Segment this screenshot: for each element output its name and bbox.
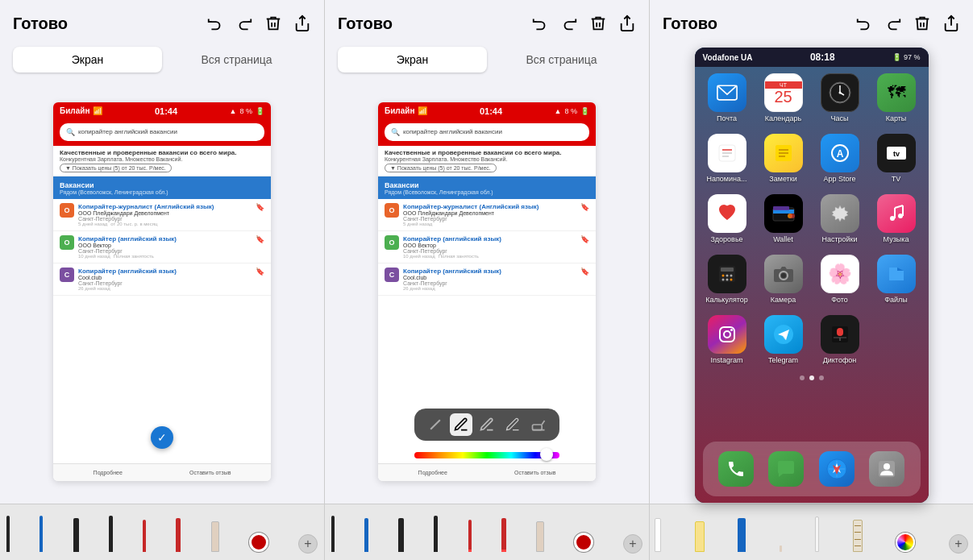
add-pen-3[interactable]: + (949, 534, 968, 554)
bottom-link-2[interactable]: Оставить отзыв (189, 470, 231, 475)
pen-p2-2[interactable] (364, 518, 368, 554)
dock-safari[interactable] (819, 451, 854, 487)
bookmark-2-0[interactable]: 🔖 (580, 203, 589, 211)
app-calendar[interactable]: ЧТ 25 Календарь (761, 73, 806, 122)
app-instagram[interactable]: Instagram (705, 315, 750, 364)
app-dictaphone[interactable]: Диктофон (817, 315, 863, 364)
tab-fullpage-1[interactable]: Вся страница (162, 47, 311, 73)
redo-icon-2[interactable] (560, 15, 578, 32)
pen-p3-blue[interactable] (738, 518, 746, 554)
ad-price-btn-2[interactable]: ▼ Показать цены (5) от 20 тыс. Р/мес. (385, 164, 497, 172)
app-icon-music (877, 194, 916, 233)
app-health[interactable]: Здоровье (705, 194, 750, 243)
app-photos[interactable]: 🌸 Фото (817, 255, 863, 304)
pen-black-thick-1[interactable] (73, 518, 79, 554)
color-slider[interactable] (414, 452, 559, 458)
pen-blue-1[interactable] (40, 516, 43, 554)
draw-tool-pen-light[interactable] (476, 413, 498, 436)
dock-contacts[interactable] (869, 451, 904, 487)
app-telegram[interactable]: Telegram (761, 315, 806, 364)
undo-icon-2[interactable] (531, 15, 549, 32)
bottom-link-2-1[interactable]: Подробнее (418, 470, 447, 475)
app-tv[interactable]: tv TV (874, 134, 919, 183)
color-picker-2[interactable] (574, 533, 593, 554)
dock-phone[interactable] (718, 451, 754, 487)
pen-black-2[interactable] (109, 516, 113, 554)
pen-p3-light[interactable] (815, 516, 819, 554)
app-icon-health (708, 194, 746, 233)
app-settings[interactable]: Настройки (817, 194, 863, 243)
app-appstore[interactable]: A App Store (817, 134, 863, 183)
tab-screen-1[interactable]: Экран (13, 47, 162, 73)
app-label-instagram: Instagram (710, 356, 742, 364)
trash-icon[interactable] (264, 15, 282, 32)
app-maps[interactable]: 🗺 Карты (874, 73, 919, 122)
job-item-1[interactable]: О Копирайтер (английский язык) ООО Векто… (53, 231, 271, 263)
add-pen-1[interactable]: + (298, 534, 318, 554)
share-icon[interactable] (293, 15, 311, 32)
tab-fullpage-2[interactable]: Вся страница (487, 47, 636, 73)
pen-red-2[interactable] (176, 518, 181, 554)
tab-screen-2[interactable]: Экран (338, 47, 487, 73)
pen-p2-red-1[interactable] (468, 520, 472, 554)
job-item-2-1[interactable]: О Копирайтер (английский язык) ООО Векто… (378, 231, 596, 263)
fab-button[interactable]: ✓ (151, 426, 173, 449)
ad-price-btn[interactable]: ▼ Показать цены (5) от 20 тыс. Р/мес. (60, 164, 172, 172)
app-files[interactable]: Файлы (874, 255, 919, 304)
app-clock[interactable]: Часы (817, 73, 863, 122)
share-icon-3[interactable] (942, 15, 960, 32)
add-pen-2[interactable]: + (623, 534, 642, 554)
app-camera[interactable]: Камера (761, 255, 806, 304)
bookmark-icon-2[interactable]: 🔖 (256, 268, 264, 276)
job-item-2[interactable]: С Копирайтер (английский язык) Cool.club… (53, 263, 271, 296)
app-reminders[interactable]: Напомина... (705, 134, 750, 183)
app-wallet[interactable]: Wallet (761, 194, 806, 243)
panel1-header: Готово (0, 0, 324, 47)
draw-tool-eraser[interactable] (527, 413, 550, 436)
slider-thumb[interactable] (540, 448, 553, 461)
pen-eraser-1[interactable] (211, 521, 219, 554)
draw-tool-pen-thin[interactable] (501, 413, 524, 436)
bookmark-icon-0[interactable]: 🔖 (256, 203, 264, 211)
bottom-link-2-2[interactable]: Оставить отзыв (514, 470, 555, 475)
app-music[interactable]: Музыка (874, 194, 919, 243)
pen-p3-white[interactable] (655, 518, 661, 554)
app-notes[interactable]: Заметки (761, 134, 806, 183)
pen-p2-1[interactable] (331, 516, 335, 554)
bottom-link-1[interactable]: Подробнее (94, 470, 123, 475)
app-label-mail: Почта (717, 114, 737, 122)
draw-tool-slash[interactable] (424, 413, 447, 436)
trash-icon-2[interactable] (589, 15, 607, 32)
job-item-0[interactable]: О Копирайтер-журналист (Английский язык)… (53, 199, 271, 231)
app-calc[interactable]: Калькулятор (705, 255, 750, 304)
bookmark-2-2[interactable]: 🔖 (580, 268, 589, 276)
app-mail[interactable]: Почта (705, 73, 750, 122)
trash-icon-3[interactable] (913, 15, 931, 32)
undo-icon-3[interactable] (855, 15, 873, 32)
pen-p2-4[interactable] (434, 516, 438, 554)
undo-icon[interactable] (206, 15, 224, 32)
draw-tool-pen-selected[interactable] (450, 413, 472, 436)
color-picker-1[interactable] (249, 533, 268, 554)
dock-messages[interactable] (768, 451, 804, 487)
color-slider-container (414, 452, 559, 458)
pen-p3-eraser[interactable] (780, 545, 782, 554)
pen-black-1[interactable] (6, 516, 10, 554)
redo-icon[interactable] (235, 15, 253, 32)
svg-point-45 (781, 273, 786, 278)
pen-p3-yellow[interactable] (695, 521, 705, 554)
share-icon-2[interactable] (618, 15, 636, 32)
pen-p2-red-2[interactable] (501, 518, 506, 554)
job-item-2-0[interactable]: О Копирайтер-журналист (Английский язык)… (378, 199, 596, 231)
bookmark-icon-1[interactable]: 🔖 (256, 235, 264, 243)
screenshot-container-1: Билайн 📶 01:44 ▲ 8 % 🔋 🔍 копирайтер англ… (0, 79, 324, 504)
job-item-2-2[interactable]: С Копирайтер (английский язык) Cool.club… (378, 263, 596, 296)
bookmark-2-1[interactable]: 🔖 (580, 235, 589, 243)
pen-p2-eraser[interactable] (536, 521, 544, 554)
pen-p3-ruler[interactable] (853, 520, 863, 554)
pen-red-1[interactable] (143, 520, 146, 554)
app-icon-settings (821, 194, 859, 233)
color-picker-3[interactable] (896, 533, 915, 554)
pen-p2-3[interactable] (398, 518, 404, 554)
redo-icon-3[interactable] (884, 15, 902, 32)
